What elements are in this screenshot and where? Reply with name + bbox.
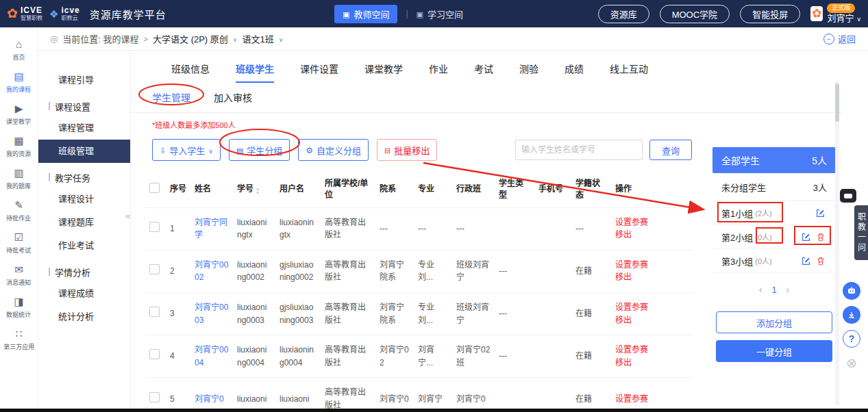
scrollbar-thumb[interactable]: [835, 83, 839, 122]
download-float-button[interactable]: [843, 306, 860, 324]
set-contest-link[interactable]: 设置参赛: [615, 344, 689, 357]
smart-cast-button[interactable]: 智能投屏: [740, 5, 800, 23]
student-search-input[interactable]: [515, 140, 643, 160]
pager-next-button[interactable]: [786, 284, 790, 295]
tab-quiz[interactable]: 测验: [519, 62, 538, 83]
stats-icon: [14, 296, 23, 307]
group-count: (0人): [755, 255, 771, 266]
row-checkbox[interactable]: [149, 392, 160, 402]
group-row-1[interactable]: 第1小组 (2人): [712, 201, 836, 225]
sidebar-item-pending-homework[interactable]: 待批作业: [0, 195, 38, 227]
course-nav-course-design[interactable]: 课程设计: [38, 188, 130, 211]
back-button[interactable]: 返回: [823, 32, 856, 45]
tab-homework[interactable]: 作业: [429, 62, 448, 83]
cell-username: gjsliuxiaoning0002: [275, 250, 321, 292]
tab-courseware-settings[interactable]: 课件设置: [300, 62, 338, 83]
course-nav-course-question-bank[interactable]: 课程题库: [38, 211, 130, 234]
sidebar-collapse-handle[interactable]: [125, 211, 130, 221]
tab-exam[interactable]: 考试: [474, 62, 493, 83]
set-contest-link[interactable]: 设置参赛: [615, 301, 689, 314]
close-float-button[interactable]: [843, 354, 860, 372]
student-name-link[interactable]: 刘宵宁0004: [195, 345, 228, 368]
remove-link[interactable]: 移出: [615, 357, 689, 370]
assistant-robot-icon[interactable]: [840, 189, 856, 203]
chat-float-button[interactable]: [843, 282, 860, 300]
edit-group-icon[interactable]: [802, 233, 810, 242]
remove-link[interactable]: 移出: [615, 314, 689, 327]
delete-group-icon[interactable]: [817, 257, 825, 266]
add-group-button[interactable]: 添加分组: [716, 311, 832, 333]
course-nav-statistics[interactable]: 统计分析: [38, 305, 130, 329]
row-checkbox[interactable]: [149, 222, 160, 232]
student-name-link[interactable]: 刘宵宁0002: [195, 260, 228, 283]
sidebar-item-my-courses[interactable]: 我的课程: [0, 66, 38, 99]
sidebar-item-notifications[interactable]: 消息通知: [0, 259, 38, 292]
course-nav-homework-exam[interactable]: 作业考试: [38, 234, 130, 257]
cell-phone: [534, 292, 571, 335]
set-contest-link[interactable]: 设置参赛: [615, 216, 689, 229]
sidebar-item-my-resources[interactable]: 我的资源: [0, 131, 38, 163]
sidebar-item-classroom-teaching[interactable]: 课堂教学: [0, 99, 38, 131]
assistant-tab[interactable]: 职教一问: [854, 205, 868, 260]
pager-prev-button[interactable]: [759, 284, 762, 295]
custom-grouping-button[interactable]: 自定义分组: [298, 139, 369, 161]
tab-classroom-teaching[interactable]: 课堂教学: [364, 62, 403, 83]
set-contest-link[interactable]: 设置参赛: [615, 393, 689, 406]
subtab-student-management[interactable]: 学生管理: [152, 90, 190, 104]
course-nav-course-grades[interactable]: 课程成绩: [38, 282, 130, 305]
ungrouped-label: 未分组学生: [721, 181, 766, 194]
sidebar-item-label: 待批考试: [6, 245, 31, 254]
batch-remove-button[interactable]: 批量移出: [377, 139, 437, 161]
mooc-college-button[interactable]: MOOC学院: [660, 5, 730, 23]
student-name-link[interactable]: 刘宵宁同学: [195, 218, 227, 240]
remove-link[interactable]: 移出: [615, 271, 689, 284]
resource-library-button[interactable]: 资源库: [598, 5, 649, 23]
breadcrumb-class[interactable]: 语文1班: [242, 32, 273, 45]
cell-status: 在籍: [571, 250, 611, 292]
subtab-join-review[interactable]: 加入审核: [214, 90, 252, 104]
table-row: 5 刘宵宁0 liuxiaoni liuxiaoni 高等教育出版社 刘宵宁0 …: [145, 378, 693, 409]
tab-online-interaction[interactable]: 线上互动: [610, 62, 648, 83]
student-grouping-button[interactable]: 学生分组: [229, 139, 290, 161]
sidebar-item-home[interactable]: 首页: [0, 34, 38, 66]
breadcrumb-course[interactable]: 大学语文 (2P) 原创: [153, 32, 228, 45]
tab-class-students[interactable]: 班级学生: [236, 62, 274, 83]
sidebar-item-data-statistics[interactable]: 数据统计: [0, 292, 38, 324]
help-float-button[interactable]: ?: [843, 330, 860, 348]
all-students-header[interactable]: 全部学生 5人: [712, 147, 836, 173]
tab-grades[interactable]: 成绩: [565, 62, 584, 83]
select-all-checkbox[interactable]: [149, 183, 160, 193]
course-nav-course-management[interactable]: 课程管理: [38, 116, 130, 140]
set-contest-link[interactable]: 设置参赛: [615, 259, 689, 272]
sidebar-item-third-party-apps[interactable]: 第三方应用: [0, 324, 38, 356]
student-space-link[interactable]: 学习空间: [417, 8, 463, 21]
sidebar-item-pending-exams[interactable]: 待批考试: [0, 227, 38, 259]
query-button[interactable]: 查询: [649, 140, 692, 160]
ungrouped-students-row[interactable]: 未分组学生 3人: [712, 173, 836, 201]
student-name-link[interactable]: 刘宵宁0: [195, 394, 224, 404]
row-checkbox[interactable]: [149, 264, 160, 274]
pager-current-page[interactable]: 1: [771, 285, 776, 295]
sidebar-item-my-question-bank[interactable]: 我的题库: [0, 163, 38, 195]
course-nav-course-guide[interactable]: 课程引导: [38, 68, 130, 92]
row-checkbox[interactable]: [149, 349, 160, 359]
course-dropdown-icon[interactable]: [233, 34, 238, 44]
tab-class-info[interactable]: 班级信息: [171, 62, 210, 83]
class-dropdown-icon[interactable]: [279, 34, 284, 44]
cell-student-type: [495, 207, 534, 250]
group-row-2[interactable]: 第2小组 (0人): [712, 225, 836, 249]
edit-group-icon[interactable]: [816, 209, 825, 218]
teacher-space-button[interactable]: 教师空间: [334, 5, 397, 23]
group-count: (2人): [755, 207, 771, 218]
group-row-3[interactable]: 第3小组 (0人): [712, 249, 836, 273]
import-students-button[interactable]: 导入学生: [152, 139, 221, 161]
edit-group-icon[interactable]: [802, 257, 810, 266]
sort-icon[interactable]: [256, 187, 260, 196]
remove-link[interactable]: 移出: [615, 229, 689, 242]
row-checkbox[interactable]: [149, 307, 160, 317]
one-click-group-button[interactable]: 一键分组: [716, 340, 832, 362]
student-name-link[interactable]: 刘宵宁0003: [195, 302, 228, 325]
delete-group-icon[interactable]: [817, 233, 825, 242]
user-menu[interactable]: 正式版 刘宵宁: [810, 3, 861, 24]
course-nav-class-management[interactable]: 班级管理: [38, 140, 130, 163]
